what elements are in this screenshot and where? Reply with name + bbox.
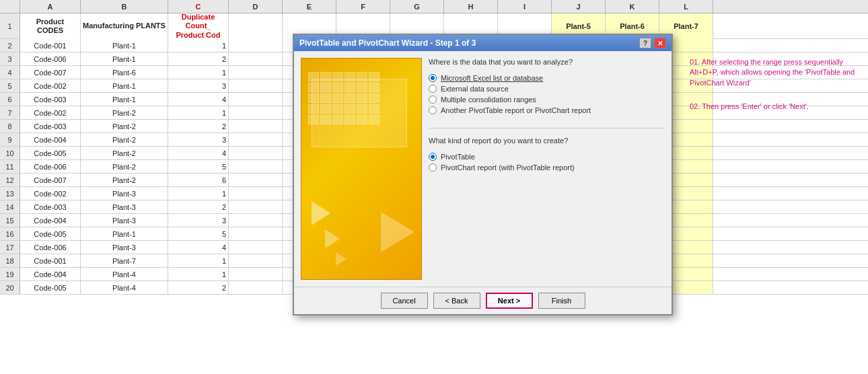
radio-external-circle [429,85,437,93]
radio-consolidation[interactable]: Multiple consolidation ranges [429,96,665,104]
dialog-titlebar: PivotTable and PivotChart Wizard - Step … [294,35,672,51]
dialog-options: Where is the data that you want to analy… [429,58,665,280]
header-cell-a: Product CODES [20,13,81,39]
next-button[interactable]: Next > [486,293,533,309]
col-header-l: L [659,0,713,13]
radio-external-source[interactable]: External data source [429,85,665,93]
column-headers: A B C D E F G H I J K L [0,0,868,13]
pivot-wizard-dialog: PivotTable and PivotChart Wizard - Step … [293,34,673,315]
radio-consolidation-label: Multiple consolidation ranges [441,96,536,104]
question-1-label: Where is the data that you want to analy… [429,58,665,66]
radio-pivotchart[interactable]: PivotChart report (with PivotTable repor… [429,163,665,172]
notes-panel: 01. After selecting the range press sequ… [690,57,868,112]
note-1: 01. After selecting the range press sequ… [690,57,868,88]
radio-another-pivot[interactable]: Another PivotTable report or PivotChart … [429,106,665,114]
dialog-title: PivotTable and PivotChart Wizard - Step … [299,38,476,48]
col-header-b: B [81,0,168,13]
col-header-i: I [498,0,552,13]
col-header-g: G [390,0,444,13]
illustration-grid [308,72,389,133]
col-header-d: D [229,0,283,13]
col-header-c: C [168,0,229,13]
data-source-options: Microsoft Excel list or database Externa… [429,74,665,114]
header-cell-c: Duplicate Count_ Product Cod [168,13,229,39]
radio-pivottable-circle [429,153,437,161]
header-cell-b: Manufacturing PLANTS [81,13,168,39]
radio-pivottable-label: PivotTable [441,153,475,161]
col-header-h: H [444,0,498,13]
cancel-button[interactable]: Cancel [381,293,428,309]
dialog-titlebar-buttons: ? ✕ [639,38,666,48]
dialog-body: Where is the data that you want to analy… [294,51,672,287]
question-2-label: What kind of report do you want to creat… [429,137,665,145]
back-button[interactable]: < Back [433,293,480,309]
note-2: 02. Then press 'Enter' or click 'Next'. [690,102,868,112]
radio-external-label: External data source [441,85,509,93]
row-num-corner [0,0,20,13]
radio-another-circle [429,106,437,114]
col-header-j: J [552,0,606,13]
section-divider [429,128,665,128]
radio-excel-label: Microsoft Excel list or database [441,74,543,82]
radio-excel-list[interactable]: Microsoft Excel list or database [429,74,665,82]
dialog-illustration [301,58,422,280]
radio-consolidation-circle [429,96,437,104]
col-header-e: E [283,0,336,13]
dialog-help-button[interactable]: ? [639,38,651,48]
radio-pivotchart-circle [429,163,437,172]
radio-pivottable[interactable]: PivotTable [429,153,665,161]
report-type-options: PivotTable PivotChart report (with Pivot… [429,153,665,172]
dialog-close-button[interactable]: ✕ [654,38,666,48]
header-cell-d [229,13,283,39]
radio-excel-circle [429,74,437,82]
radio-another-label: Another PivotTable report or PivotChart … [441,106,591,114]
col-header-f: F [336,0,390,13]
dialog-footer: Cancel < Back Next > Finish [294,287,672,314]
col-header-a: A [20,0,81,13]
col-header-k: K [606,0,659,13]
row-num-1: 1 [0,13,20,38]
radio-pivotchart-label: PivotChart report (with PivotTable repor… [441,163,575,172]
finish-button[interactable]: Finish [538,293,585,309]
